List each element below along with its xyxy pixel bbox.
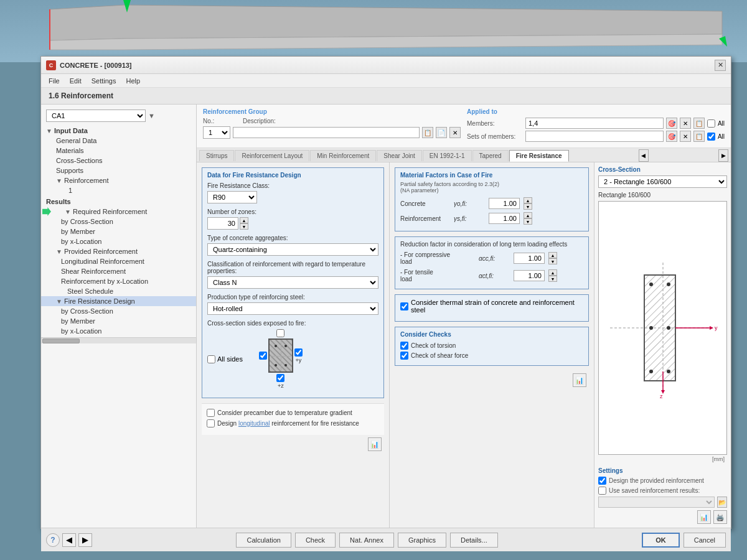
tensile-up[interactable]: ▲	[548, 269, 557, 276]
rg-paste-btn[interactable]: 📄	[436, 127, 447, 138]
compressive-input[interactable]	[514, 253, 545, 264]
tree-input-data[interactable]: ▼ Input Data	[41, 126, 196, 136]
toolbar-btn1[interactable]: ◀	[62, 533, 76, 547]
tab-nav-next[interactable]: ▶	[718, 149, 728, 162]
tree-fire-xloc[interactable]: by x-Location	[41, 326, 196, 336]
ok-btn[interactable]: OK	[642, 533, 680, 548]
aggregates-select[interactable]: Quartz-containing Calcareous Siliceous	[207, 243, 378, 256]
bottom-side-checkbox[interactable]	[276, 374, 284, 382]
production-select[interactable]: Hot-rolled Cold-worked	[207, 302, 378, 315]
shear-checkbox[interactable]	[400, 352, 408, 360]
zones-input[interactable]	[207, 217, 238, 230]
tab-nav-prev[interactable]: ◀	[639, 149, 649, 162]
all-sides-checkbox[interactable]	[207, 355, 215, 363]
menu-help[interactable]: Help	[121, 76, 145, 86]
check-btn[interactable]: Check	[295, 533, 336, 548]
tab-layout[interactable]: Reinforcement Layout	[235, 150, 309, 161]
menu-settings[interactable]: Settings	[87, 76, 121, 86]
tab-shear-joint[interactable]: Shear Joint	[377, 150, 422, 161]
cs-export-btn2[interactable]: 🖨️	[713, 510, 727, 524]
cancel-btn[interactable]: Cancel	[684, 533, 726, 548]
details-btn[interactable]: Details...	[450, 533, 498, 548]
menu-file[interactable]: File	[44, 76, 65, 86]
reinf-factor-input[interactable]	[489, 213, 520, 224]
compressive-down[interactable]: ▼	[548, 258, 557, 264]
reinf-down[interactable]: ▼	[524, 218, 532, 225]
tree-reinforcement[interactable]: ▼ Reinforcement	[41, 175, 196, 185]
tree-fire-cross[interactable]: by Cross-Section	[41, 306, 196, 316]
members-input[interactable]: 1,4	[525, 118, 664, 129]
thermal-checkbox[interactable]	[400, 302, 408, 310]
fire-class-select[interactable]: R30 R60 R90 R120	[207, 191, 257, 203]
sets-copy-btn[interactable]: 📋	[693, 131, 705, 142]
zones-down[interactable]: ▼	[240, 223, 248, 230]
info-btn[interactable]: ?	[46, 533, 60, 547]
tab-min-reinf[interactable]: Min Reinforcement	[310, 150, 376, 161]
tensile-down[interactable]: ▼	[548, 276, 557, 282]
tensile-input[interactable]	[514, 270, 545, 281]
precamber-checkbox[interactable]	[207, 409, 215, 417]
tab-stirrups[interactable]: Stirrups	[199, 150, 234, 161]
tree-cross-sections[interactable]: Cross-Sections	[41, 156, 196, 166]
tab-tapered[interactable]: Tapered	[472, 150, 509, 161]
export-right-btn[interactable]: 📊	[573, 373, 586, 387]
tree-results[interactable]: Results	[41, 197, 196, 207]
tree-supports[interactable]: Supports	[41, 166, 196, 175]
use-saved-checkbox[interactable]	[598, 487, 606, 495]
tree-long-reinf[interactable]: Longitudinal Reinforcement	[41, 256, 196, 266]
tree-fire-resistance[interactable]: ▼ Fire Resistance Design	[41, 296, 196, 306]
nat-annex-btn[interactable]: Nat. Annex	[339, 533, 394, 548]
settings-icon-btn[interactable]: 📂	[717, 497, 727, 508]
export-btn[interactable]: 📊	[368, 437, 382, 451]
tree-materials[interactable]: Materials	[41, 146, 196, 156]
torsion-checkbox[interactable]	[400, 342, 408, 350]
all-checkbox2[interactable]	[707, 133, 715, 141]
tab-fire[interactable]: Fire Resistance	[509, 150, 569, 162]
graphics-btn[interactable]: Graphics	[398, 533, 446, 548]
rg-delete-btn[interactable]: ✕	[449, 127, 461, 138]
zones-up[interactable]: ▲	[240, 217, 248, 223]
cs-export-btn1[interactable]: 📊	[697, 510, 711, 524]
calc-btn[interactable]: Calculation	[236, 533, 291, 548]
tree-reinf-xloc[interactable]: Reinforcement by x-Location	[41, 276, 196, 286]
right-side-checkbox[interactable]	[294, 348, 303, 357]
compressive-up[interactable]: ▲	[548, 252, 557, 258]
cs-select[interactable]: 2 - Rectangle 160/600	[598, 175, 727, 188]
all-checkbox[interactable]	[707, 119, 715, 128]
settings-select[interactable]	[598, 497, 715, 508]
tree-req-cross[interactable]: by Cross-Section	[41, 217, 196, 226]
top-side-checkbox[interactable]	[276, 329, 284, 337]
tree-reinf-1[interactable]: 1	[41, 185, 196, 195]
tree-general-data[interactable]: General Data	[41, 136, 196, 146]
tree-req-member[interactable]: by Member	[41, 226, 196, 236]
concrete-down[interactable]: ▼	[524, 203, 532, 210]
tree-shear-reinf[interactable]: Shear Reinforcement	[41, 266, 196, 276]
tree-req-xloc[interactable]: by x-Location	[41, 236, 196, 246]
concrete-factor-input[interactable]	[489, 198, 520, 209]
rg-desc-input[interactable]	[233, 127, 420, 138]
classification-select[interactable]: Class N Class A Class B	[207, 276, 378, 289]
design-long-checkbox[interactable]	[207, 419, 215, 427]
sets-select-btn[interactable]: 🎯	[666, 131, 677, 142]
close-button[interactable]: ✕	[715, 60, 726, 71]
tree-steel-schedule[interactable]: Steel Schedule	[47, 286, 196, 296]
reinf-up[interactable]: ▲	[524, 212, 532, 218]
design-provided-checkbox[interactable]	[598, 477, 606, 485]
members-copy-btn[interactable]: 📋	[693, 118, 705, 129]
members-select-btn[interactable]: 🎯	[666, 118, 677, 129]
sidebar-scrollbar[interactable]	[41, 337, 196, 343]
members-clear-btn[interactable]: ✕	[680, 118, 691, 129]
concrete-up[interactable]: ▲	[524, 197, 532, 203]
menu-edit[interactable]: Edit	[65, 76, 87, 86]
tree-provided-reinf[interactable]: ▼ Provided Reinforcement	[41, 246, 196, 256]
tree-fire-member[interactable]: by Member	[41, 316, 196, 326]
rg-copy-btn[interactable]: 📋	[422, 127, 433, 138]
rg-no-select[interactable]: 1	[203, 126, 230, 139]
tab-en1992[interactable]: EN 1992-1-1	[423, 150, 472, 161]
left-side-checkbox[interactable]	[259, 352, 267, 360]
sets-input[interactable]	[525, 131, 664, 142]
scrollbar-thumb[interactable]	[42, 338, 80, 343]
tree-required-reinf[interactable]: ▼ Required Reinforcement	[41, 207, 196, 217]
toolbar-btn2[interactable]: ▶	[78, 533, 92, 547]
ca-select[interactable]: CA1 CA2	[46, 110, 146, 122]
